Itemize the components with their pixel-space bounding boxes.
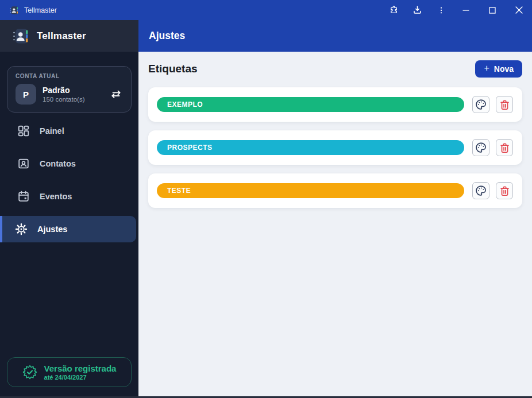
sidebar-item-contatos[interactable]: Contatos xyxy=(0,150,136,177)
palette-icon xyxy=(475,185,487,196)
account-texts: Padrão 150 contato(s) xyxy=(43,86,102,103)
new-label-button[interactable]: + Nova xyxy=(475,60,522,78)
edit-color-button[interactable] xyxy=(472,96,489,113)
tag-pill: TESTE xyxy=(157,183,464,198)
app-icon xyxy=(10,6,19,15)
palette-icon xyxy=(475,99,487,110)
brand-name: Tellmaster xyxy=(37,30,86,42)
license-badge: Versão registrada até 24/04/2027 xyxy=(7,357,132,387)
account-section-label: CONTA ATUAL xyxy=(16,73,124,79)
account-row: P Padrão 150 contato(s) xyxy=(16,84,124,105)
gear-icon xyxy=(15,223,28,235)
main-header: Ajustes xyxy=(138,20,532,52)
tag-row: EXEMPLO xyxy=(148,87,522,122)
contacts-icon xyxy=(17,157,30,170)
page-title: Ajustes xyxy=(149,30,185,42)
sidebar-item-label: Contatos xyxy=(40,159,76,168)
account-switch-icon[interactable] xyxy=(109,87,124,102)
sidebar-header: Tellmaster xyxy=(0,20,138,52)
sidebar: Tellmaster CONTA ATUAL P Padrão 150 cont… xyxy=(0,20,138,396)
delete-tag-button[interactable] xyxy=(496,139,513,156)
sidebar-spacer xyxy=(0,249,138,357)
maximize-button[interactable] xyxy=(479,0,506,20)
sidebar-item-eventos[interactable]: Eventos xyxy=(0,183,136,210)
download-icon[interactable] xyxy=(406,0,429,20)
tag-row: PROSPECTS xyxy=(148,130,522,165)
sidebar-item-label: Painel xyxy=(40,126,64,136)
license-texts: Versão registrada até 24/04/2027 xyxy=(44,364,117,381)
brand-logo-icon xyxy=(13,28,30,45)
sidebar-item-label: Ajustes xyxy=(37,225,67,234)
titlebar: Tellmaster xyxy=(0,0,532,20)
close-button[interactable] xyxy=(506,0,532,20)
app-window: Tellmaster xyxy=(0,0,532,398)
license-title: Versão registrada xyxy=(44,364,117,373)
sidebar-nav: Painel Contatos xyxy=(0,118,138,249)
tag-pill: EXEMPLO xyxy=(157,97,464,112)
sidebar-item-label: Eventos xyxy=(40,192,72,201)
main-area: Ajustes Etiquetas + Nova EXEMPLO xyxy=(138,20,532,396)
menu-kebab-icon[interactable] xyxy=(429,0,453,20)
delete-tag-button[interactable] xyxy=(496,182,513,199)
palette-icon xyxy=(475,142,487,153)
calendar-icon xyxy=(17,190,30,203)
trash-icon xyxy=(499,186,510,196)
trash-icon xyxy=(499,142,510,153)
content-toolbar: Etiquetas + Nova xyxy=(148,59,522,79)
license-expiry: até 24/04/2027 xyxy=(44,374,117,381)
window-title: Tellmaster xyxy=(24,6,57,14)
new-label-button-text: Nova xyxy=(494,64,514,74)
delete-tag-button[interactable] xyxy=(496,96,513,113)
account-avatar: P xyxy=(16,84,36,105)
tag-row: TESTE xyxy=(148,173,522,208)
account-name: Padrão xyxy=(43,86,102,95)
current-account-card[interactable]: CONTA ATUAL P Padrão 150 contato(s) xyxy=(7,66,132,113)
edit-color-button[interactable] xyxy=(472,182,489,199)
trash-icon xyxy=(499,99,510,110)
edit-color-button[interactable] xyxy=(472,139,489,156)
titlebar-left: Tellmaster xyxy=(0,6,57,15)
minimize-button[interactable] xyxy=(453,0,479,20)
badge-check-icon xyxy=(22,365,37,380)
extensions-icon[interactable] xyxy=(382,0,406,20)
tag-pill: PROSPECTS xyxy=(157,140,464,155)
content: Etiquetas + Nova EXEMPLO xyxy=(138,52,532,217)
account-contacts-count: 150 contato(s) xyxy=(43,96,102,103)
sidebar-item-painel[interactable]: Painel xyxy=(0,118,136,144)
dashboard-icon xyxy=(17,125,30,137)
titlebar-controls xyxy=(382,0,532,20)
plus-icon: + xyxy=(484,63,489,74)
sidebar-item-ajustes[interactable]: Ajustes xyxy=(0,216,136,242)
section-title: Etiquetas xyxy=(148,63,198,75)
